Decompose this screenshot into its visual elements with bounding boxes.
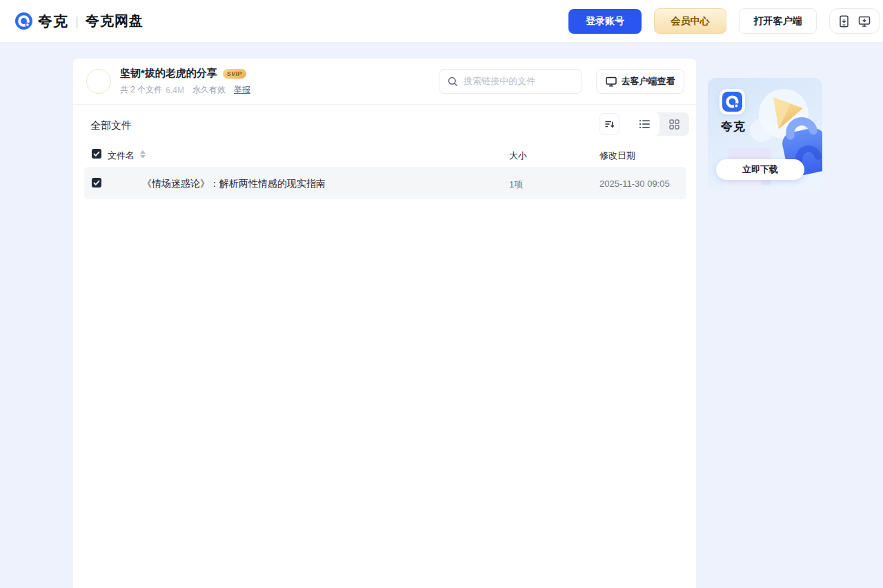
download-icons-group — [829, 8, 880, 34]
column-header-name[interactable]: 文件名 — [108, 150, 135, 162]
open-client-button[interactable]: 打开客户端 — [739, 8, 817, 34]
list-view-button[interactable] — [630, 112, 659, 136]
quark-logo-icon — [15, 12, 32, 30]
section-title: 全部文件 — [90, 119, 132, 132]
sort-arrows-icon[interactable] — [140, 150, 146, 159]
total-size: 6.4M — [166, 85, 184, 95]
monitor-icon — [606, 77, 617, 87]
share-card: 坚韧*拔的老虎的分享 SVIP 共 2 个文件 6.4M 永久有效 举报 搜索链… — [72, 58, 697, 588]
file-modified: 2025-11-30 09:05 — [599, 179, 670, 189]
app-promo-card[interactable]: 夸克 立即下载 — [708, 78, 822, 190]
view-toggle — [630, 112, 689, 136]
row-checkbox[interactable] — [92, 178, 101, 187]
files-count: 共 2 个文件 — [120, 84, 162, 96]
vip-center-button[interactable]: 会员中心 — [654, 8, 726, 34]
search-icon — [448, 77, 458, 87]
brand-separator: | — [75, 14, 79, 29]
divider — [73, 104, 696, 105]
avatar — [86, 69, 111, 94]
topbar: 夸克 | 夸克网盘 登录账号 会员中心 打开客户端 — [0, 0, 883, 43]
view-in-client-label: 去客户端查看 — [622, 75, 675, 88]
file-size: 1项 — [509, 179, 523, 191]
quark-app-icon — [720, 89, 745, 114]
grid-view-button[interactable] — [659, 112, 689, 136]
desktop-download-icon[interactable] — [858, 15, 871, 28]
report-link[interactable]: 举报 — [234, 84, 250, 96]
view-in-client-button[interactable]: 去客户端查看 — [596, 69, 684, 94]
search-placeholder: 搜索链接中的文件 — [464, 75, 535, 88]
select-all-checkbox[interactable] — [92, 149, 101, 159]
promo-app-name: 夸克 — [721, 119, 746, 134]
validity: 永久有效 — [192, 84, 226, 96]
svip-badge: SVIP — [223, 69, 246, 79]
file-name[interactable]: 《情场迷惑论》：解析两性情感的现实指南 — [142, 178, 326, 190]
download-now-button[interactable]: 立即下载 — [716, 159, 804, 180]
share-meta: 共 2 个文件 6.4M 永久有效 举报 — [120, 84, 250, 96]
search-input[interactable]: 搜索链接中的文件 — [439, 69, 582, 94]
column-header-size: 大小 — [509, 150, 527, 162]
file-row[interactable]: 《情场迷惑论》：解析两性情感的现实指南 1项 2025-11-30 09:05 — [84, 167, 686, 199]
share-title: 坚韧*拔的老虎的分享 — [120, 67, 217, 80]
brand-name: 夸克 — [38, 12, 68, 31]
sort-button[interactable] — [599, 113, 619, 135]
column-header-modified: 修改日期 — [599, 150, 635, 162]
brand: 夸克 | 夸克网盘 — [15, 12, 143, 31]
phone-download-icon[interactable] — [839, 15, 849, 28]
login-button[interactable]: 登录账号 — [568, 9, 642, 34]
brand-product: 夸克网盘 — [86, 12, 143, 30]
